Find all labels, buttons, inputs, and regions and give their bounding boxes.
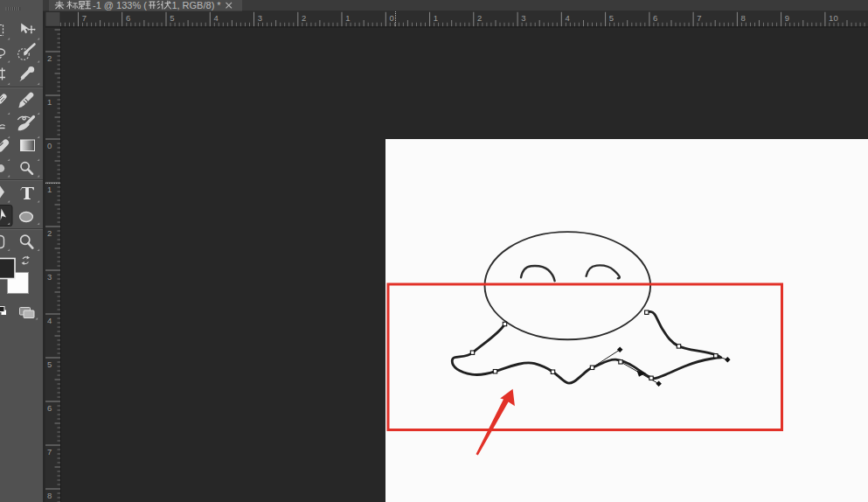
svg-text:7: 7 xyxy=(47,447,52,457)
svg-text:4: 4 xyxy=(47,316,52,325)
svg-text:10: 10 xyxy=(829,13,838,23)
svg-text:4: 4 xyxy=(214,13,219,23)
svg-text:-1 @ 133% (: -1 @ 133% ( xyxy=(93,0,147,10)
svg-text:5: 5 xyxy=(47,359,52,369)
svg-text:6: 6 xyxy=(653,13,657,23)
svg-text:7: 7 xyxy=(697,13,701,23)
svg-text:2: 2 xyxy=(47,53,52,63)
svg-text:3: 3 xyxy=(521,13,525,23)
svg-text:1: 1 xyxy=(47,97,52,107)
svg-text:7: 7 xyxy=(82,13,87,23)
svg-text:1: 1 xyxy=(47,185,52,194)
svg-text:0: 0 xyxy=(390,13,394,23)
svg-text:5: 5 xyxy=(609,13,614,23)
svg-text:0: 0 xyxy=(47,141,52,150)
svg-text:6: 6 xyxy=(47,403,52,413)
svg-text:9: 9 xyxy=(785,13,789,23)
svg-text:2: 2 xyxy=(47,228,52,238)
svg-text:2: 2 xyxy=(477,13,482,23)
svg-text:1, RGB/8) *: 1, RGB/8) * xyxy=(171,0,221,10)
svg-text:4: 4 xyxy=(566,13,570,23)
svg-text:5: 5 xyxy=(170,13,174,23)
svg-text:8: 8 xyxy=(741,13,746,23)
svg-text:3: 3 xyxy=(47,272,52,282)
svg-text:6: 6 xyxy=(126,13,130,23)
svg-text:1: 1 xyxy=(434,13,438,23)
svg-text:8: 8 xyxy=(47,491,52,500)
svg-text:2: 2 xyxy=(302,13,306,23)
svg-text:3: 3 xyxy=(258,13,262,23)
svg-text:1: 1 xyxy=(345,13,350,23)
